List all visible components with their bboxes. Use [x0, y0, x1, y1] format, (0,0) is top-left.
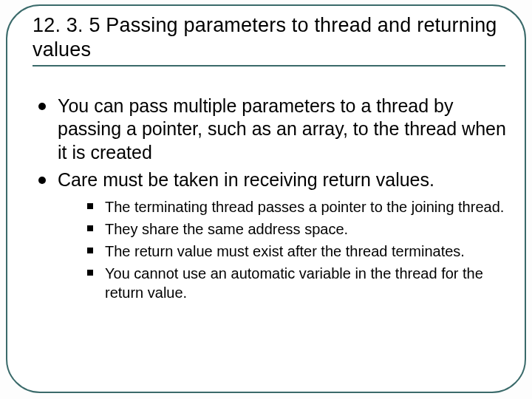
sub-bullet-text: You cannot use an automatic variable in … — [105, 265, 483, 301]
list-item: You can pass multiple parameters to a th… — [33, 95, 513, 164]
bullet-text: You can pass multiple parameters to a th… — [58, 95, 506, 163]
slide-frame: 12. 3. 5 Passing parameters to thread an… — [6, 4, 526, 393]
sub-bullet-list: The terminating thread passes a pointer … — [58, 197, 513, 302]
sub-bullet-text: The return value must exist after the th… — [105, 243, 465, 259]
list-item: You cannot use an automatic variable in … — [83, 264, 513, 302]
bullet-text: Care must be taken in receiving return v… — [58, 169, 434, 190]
title-block: 12. 3. 5 Passing parameters to thread an… — [33, 13, 505, 66]
list-item: Care must be taken in receiving return v… — [33, 168, 513, 302]
title-underline — [33, 65, 505, 66]
slide-title: 12. 3. 5 Passing parameters to thread an… — [33, 13, 505, 62]
sub-bullet-text: They share the same address space. — [105, 221, 348, 237]
list-item: The terminating thread passes a pointer … — [83, 197, 513, 216]
sub-bullet-text: The terminating thread passes a pointer … — [105, 199, 504, 215]
content-area: You can pass multiple parameters to a th… — [33, 95, 513, 307]
list-item: The return value must exist after the th… — [83, 242, 513, 261]
list-item: They share the same address space. — [83, 219, 513, 239]
main-bullet-list: You can pass multiple parameters to a th… — [33, 95, 513, 302]
